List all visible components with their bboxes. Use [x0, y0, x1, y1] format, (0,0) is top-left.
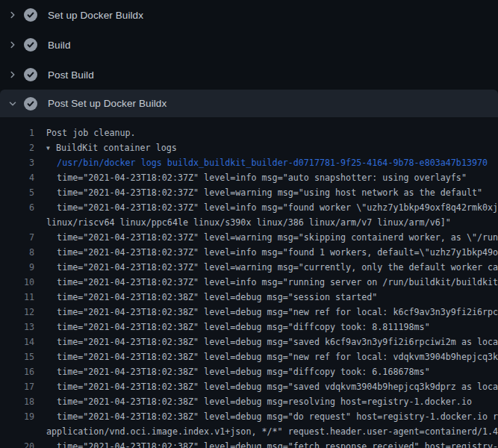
log-line: 13 time="2021-04-23T18:02:38Z" level=deb…: [0, 320, 498, 335]
steps-list: Set up Docker Buildx Build Post Build Po…: [0, 0, 498, 117]
check-circle-icon: [24, 68, 37, 81]
log-line-number[interactable]: 11: [0, 290, 34, 305]
log-line-number[interactable]: 2: [0, 140, 34, 155]
log-line: 1 Post job cleanup.: [0, 125, 498, 140]
log-line: 18 time="2021-04-23T18:02:38Z" level=deb…: [0, 394, 498, 409]
log-line-number[interactable]: 13: [0, 320, 34, 335]
log-line-number[interactable]: 1: [0, 125, 34, 140]
log-line-text: linux/riscv64 linux/ppc64le linux/s390x …: [46, 215, 451, 230]
log-line-number[interactable]: 7: [0, 230, 34, 245]
log-line-number[interactable]: 8: [0, 245, 34, 260]
log-line-text: application/vnd.oci.image.index.v1+json,…: [46, 424, 498, 439]
log-line-number[interactable]: 20: [0, 439, 34, 448]
chevron-right-icon: [7, 69, 18, 81]
log-line-text: time="2021-04-23T18:02:38Z" level=debug …: [46, 305, 498, 320]
log-line: 14 time="2021-04-23T18:02:38Z" level=deb…: [0, 335, 498, 349]
log-line-text: time="2021-04-23T18:02:38Z" level=debug …: [46, 335, 498, 349]
log-panel: 1 Post job cleanup. 2 ▼BuildKit containe…: [0, 117, 498, 448]
chevron-right-icon: [7, 9, 18, 21]
log-line: 16 time="2021-04-23T18:02:38Z" level=deb…: [0, 364, 498, 379]
log-line-number[interactable]: 14: [0, 335, 34, 349]
step-row-post-build[interactable]: Post Build: [0, 60, 498, 90]
log-line: 10 time="2021-04-23T18:02:37Z" level=inf…: [0, 275, 498, 290]
log-line: 4 time="2021-04-23T18:02:37Z" level=info…: [0, 170, 498, 185]
log-line-number[interactable]: [0, 424, 34, 439]
step-row-post-set-up-docker-buildx[interactable]: Post Set up Docker Buildx: [0, 90, 498, 117]
log-line-number[interactable]: 9: [0, 260, 34, 275]
log-line-text: time="2021-04-23T18:02:38Z" level=debug …: [46, 409, 498, 424]
log-line-text: time="2021-04-23T18:02:38Z" level=debug …: [46, 394, 472, 409]
log-line-text: /usr/bin/docker logs buildx_buildkit_bui…: [46, 155, 488, 170]
step-row-build[interactable]: Build: [0, 30, 498, 60]
log-line: 7 time="2021-04-23T18:02:37Z" level=warn…: [0, 230, 498, 245]
log-line-text: time="2021-04-23T18:02:38Z" level=debug …: [46, 379, 498, 394]
check-circle-icon: [24, 97, 37, 111]
log-line-number[interactable]: 4: [0, 170, 34, 185]
step-label: Post Set up Docker Buildx: [48, 98, 166, 109]
log-line-number[interactable]: [0, 215, 34, 230]
log-line-text: time="2021-04-23T18:02:37Z" level=info m…: [46, 170, 467, 185]
chevron-right-icon: [7, 39, 18, 51]
log-line: 19 time="2021-04-23T18:02:38Z" level=deb…: [0, 409, 498, 424]
step-label: Post Build: [48, 69, 94, 81]
log-line-number[interactable]: 17: [0, 379, 34, 394]
log-line-wrap: application/vnd.oci.image.index.v1+json,…: [0, 424, 498, 439]
log-line-text: time="2021-04-23T18:02:37Z" level=warnin…: [46, 260, 498, 275]
log-line-number[interactable]: 16: [0, 364, 34, 379]
log-line-number[interactable]: 15: [0, 349, 34, 364]
log-line: 6 time="2021-04-23T18:02:37Z" level=info…: [0, 200, 498, 215]
log-line: 17 time="2021-04-23T18:02:38Z" level=deb…: [0, 379, 498, 394]
log-line-number[interactable]: 3: [0, 155, 34, 170]
actions-log-viewer: Set up Docker Buildx Build Post Build Po…: [0, 0, 498, 448]
log-line-text: Post job cleanup.: [46, 125, 136, 140]
log-line-number[interactable]: 10: [0, 275, 34, 290]
log-line-wrap: linux/riscv64 linux/ppc64le linux/s390x …: [0, 215, 498, 230]
log-line: 9 time="2021-04-23T18:02:37Z" level=warn…: [0, 260, 498, 275]
log-line: 8 time="2021-04-23T18:02:37Z" level=info…: [0, 245, 498, 260]
log-group-toggle-icon[interactable]: ▼: [46, 141, 56, 156]
log-line-number[interactable]: 12: [0, 305, 34, 320]
chevron-down-icon: [7, 98, 18, 110]
log-line-text: time="2021-04-23T18:02:38Z" level=debug …: [46, 439, 498, 448]
check-circle-icon: [24, 38, 37, 52]
log-line: 20 time="2021-04-23T18:02:38Z" level=deb…: [0, 439, 498, 448]
log-line-text: time="2021-04-23T18:02:37Z" level=warnin…: [46, 230, 498, 245]
log-line-text: time="2021-04-23T18:02:37Z" level=warnin…: [46, 185, 482, 200]
step-row-set-up-docker-buildx[interactable]: Set up Docker Buildx: [0, 0, 498, 30]
log-line-text: time="2021-04-23T18:02:38Z" level=debug …: [46, 349, 498, 364]
log-line-text: time="2021-04-23T18:02:37Z" level=info m…: [46, 200, 498, 215]
step-label: Build: [48, 40, 71, 51]
log-line-number[interactable]: 5: [0, 185, 34, 200]
log-line-text: time="2021-04-23T18:02:38Z" level=debug …: [46, 290, 377, 305]
log-line-text: time="2021-04-23T18:02:37Z" level=info m…: [46, 245, 498, 260]
log-line-text: time="2021-04-23T18:02:38Z" level=debug …: [46, 364, 430, 379]
log-line: 12 time="2021-04-23T18:02:38Z" level=deb…: [0, 305, 498, 320]
log-line-text: time="2021-04-23T18:02:37Z" level=info m…: [46, 275, 498, 290]
log-line: 5 time="2021-04-23T18:02:37Z" level=warn…: [0, 185, 498, 200]
log-line-text: ▼BuildKit container logs: [46, 140, 177, 155]
log-line-number[interactable]: 19: [0, 409, 34, 424]
log-line: 3 /usr/bin/docker logs buildx_buildkit_b…: [0, 155, 498, 170]
log-line-text: time="2021-04-23T18:02:38Z" level=debug …: [46, 320, 430, 335]
log-line-number[interactable]: 6: [0, 200, 34, 215]
check-circle-icon: [24, 8, 37, 22]
log-line: 11 time="2021-04-23T18:02:38Z" level=deb…: [0, 290, 498, 305]
step-label: Set up Docker Buildx: [48, 10, 143, 21]
log-line-number[interactable]: 18: [0, 394, 34, 409]
log-group-title: BuildKit container logs: [56, 143, 177, 153]
log-line: 15 time="2021-04-23T18:02:38Z" level=deb…: [0, 349, 498, 364]
log-line: 2 ▼BuildKit container logs: [0, 140, 498, 155]
